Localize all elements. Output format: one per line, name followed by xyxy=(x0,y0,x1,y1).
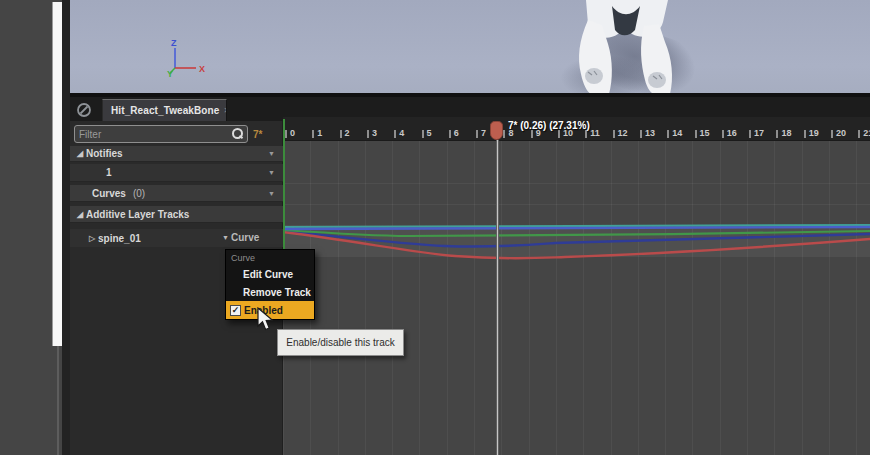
svg-text:Y: Y xyxy=(167,69,173,79)
context-menu-header: Curve xyxy=(226,250,314,265)
playhead-handle[interactable] xyxy=(490,121,503,140)
tick-label: 1 xyxy=(317,128,322,138)
checkbox-checked-icon[interactable]: ✓ xyxy=(230,305,241,316)
tick-mark xyxy=(804,130,806,138)
dropdown-arrow-icon[interactable]: ▼ xyxy=(268,150,275,157)
tick-label: 20 xyxy=(836,128,846,138)
svg-text:X: X xyxy=(199,64,205,74)
tick-mark xyxy=(503,130,505,138)
expand-arrow-icon[interactable]: ◢ xyxy=(74,210,86,219)
tick-mark xyxy=(367,130,369,138)
ruler-tick: 14 xyxy=(667,127,682,138)
tick-mark xyxy=(449,130,451,138)
tick-mark xyxy=(585,130,587,138)
curve-line xyxy=(283,230,870,236)
tick-label: 0 xyxy=(290,128,295,138)
tick-label: 4 xyxy=(399,128,404,138)
filter-search-box[interactable] xyxy=(74,125,248,143)
search-icon xyxy=(230,127,244,141)
tick-mark xyxy=(640,130,642,138)
tick-label: 6 xyxy=(454,128,459,138)
ruler-tick: 1 xyxy=(312,127,322,138)
tooltip: Enable/disable this track xyxy=(277,329,404,356)
panel-divider xyxy=(62,0,70,455)
mannequin-character xyxy=(568,0,688,94)
tick-mark xyxy=(667,130,669,138)
ruler-tick: 21 xyxy=(858,127,870,138)
tick-label: 21 xyxy=(863,128,870,138)
3d-viewport[interactable]: Z X Y xyxy=(70,0,870,94)
tab-close-icon[interactable]: ✕ xyxy=(223,106,227,115)
ruler-tick: 13 xyxy=(640,127,655,138)
notify-track-label: 1 xyxy=(106,167,112,178)
timeline-start-marker xyxy=(283,119,285,259)
tick-label: 18 xyxy=(781,128,791,138)
tick-mark xyxy=(831,130,833,138)
notify-track-row[interactable]: 1 ▼ xyxy=(70,164,283,182)
ruler-tick: 3 xyxy=(367,127,377,138)
curves-count: (0) xyxy=(133,188,145,199)
tick-label: 17 xyxy=(754,128,764,138)
tick-mark xyxy=(722,130,724,138)
tick-label: 15 xyxy=(700,128,710,138)
axis-gizmo-icon: Z X Y xyxy=(166,38,208,80)
dropdown-arrow-icon: ▼ xyxy=(222,234,229,241)
animation-editor-window: Z X Y Hit_React_TweakBone ✕ 7* ◢ Notifie… xyxy=(0,0,870,455)
tick-label: 7 xyxy=(481,128,486,138)
curves-plot xyxy=(283,141,870,455)
ruler-tick: 20 xyxy=(831,127,846,138)
expand-arrow-icon[interactable]: ◢ xyxy=(74,149,86,158)
tick-label: 5 xyxy=(427,128,432,138)
section-notifies[interactable]: ◢ Notifies ▼ xyxy=(70,146,283,162)
ruler-tick: 19 xyxy=(804,127,819,138)
filter-row: 7* xyxy=(70,123,283,145)
ruler-tick: 7 xyxy=(476,127,486,138)
tooltip-text: Enable/disable this track xyxy=(286,337,394,348)
tick-mark xyxy=(394,130,396,138)
tab-label: Hit_React_TweakBone xyxy=(111,105,219,116)
menu-item-label: Remove Track xyxy=(243,287,311,298)
playhead-readout: 7* (0.26) (27.31%) xyxy=(508,120,590,131)
tick-label: 11 xyxy=(590,128,600,138)
ruler-tick: 15 xyxy=(695,127,710,138)
tick-label: 13 xyxy=(645,128,655,138)
menu-item-remove-track[interactable]: Remove Track xyxy=(226,283,314,301)
svg-text:Z: Z xyxy=(171,38,177,48)
scrollbar-handle[interactable] xyxy=(52,2,62,346)
ruler-tick: 18 xyxy=(776,127,791,138)
tick-mark xyxy=(476,130,478,138)
tick-label: 16 xyxy=(727,128,737,138)
ruler-tick: 16 xyxy=(722,127,737,138)
tick-label: 3 xyxy=(372,128,377,138)
dropdown-arrow-icon[interactable]: ▼ xyxy=(268,190,275,197)
tick-label: 14 xyxy=(672,128,682,138)
scrollbar-track xyxy=(57,346,59,455)
ruler-tick: 0 xyxy=(285,127,295,138)
tick-mark xyxy=(422,130,424,138)
tick-mark xyxy=(695,130,697,138)
dropdown-arrow-icon[interactable]: ▼ xyxy=(268,169,275,176)
collapsed-arrow-icon[interactable]: ▷ xyxy=(86,234,98,243)
tick-mark xyxy=(558,130,560,138)
ruler-tick: 6 xyxy=(449,127,459,138)
menu-item-edit-curve[interactable]: Edit Curve xyxy=(226,265,314,283)
left-gutter xyxy=(0,0,70,455)
track-row-spine-01[interactable]: ▷ spine_01 ▼ Curve xyxy=(70,229,283,247)
tick-mark xyxy=(312,130,314,138)
section-additive-layer-tracks[interactable]: ◢ Additive Layer Tracks xyxy=(70,206,283,223)
section-curves[interactable]: Curves (0) ▼ xyxy=(70,185,283,202)
playhead-line[interactable] xyxy=(496,140,499,455)
tick-mark xyxy=(776,130,778,138)
menu-item-label: Edit Curve xyxy=(243,269,293,280)
filter-input[interactable] xyxy=(75,129,230,140)
mouse-cursor-icon xyxy=(257,307,275,332)
tick-mark xyxy=(749,130,751,138)
curves-label: Curves xyxy=(92,188,126,199)
check-glyph: ✓ xyxy=(232,305,240,316)
curve-dropdown-button[interactable]: ▼ Curve xyxy=(222,232,259,243)
additive-label: Additive Layer Tracks xyxy=(86,209,189,220)
tick-label: 2 xyxy=(345,128,350,138)
tab-hit-react-tweakbone[interactable]: Hit_React_TweakBone ✕ xyxy=(102,99,227,121)
asset-icon[interactable] xyxy=(76,102,92,118)
ruler-tick: 5 xyxy=(422,127,432,138)
